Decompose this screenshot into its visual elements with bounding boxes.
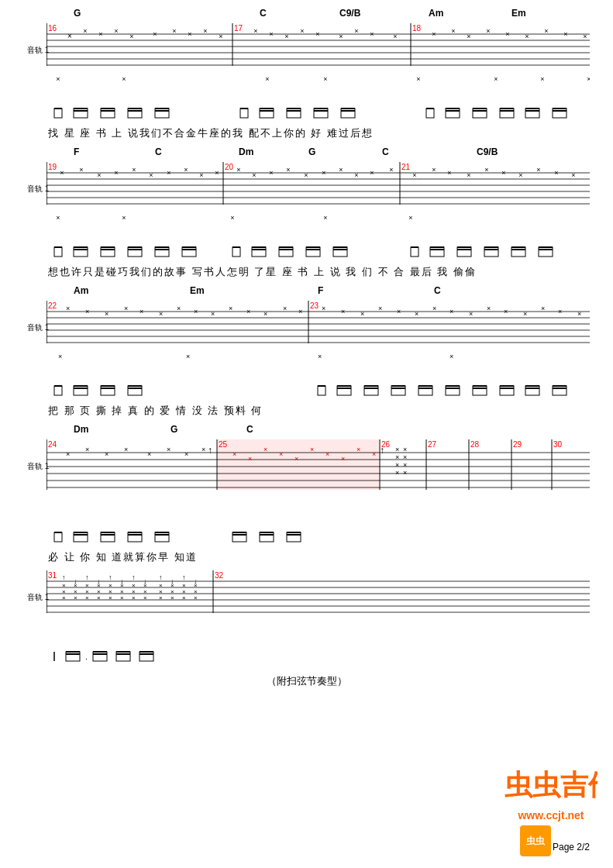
svg-text:×: × [122, 214, 126, 222]
svg-rect-411 [66, 652, 80, 661]
svg-text:×: × [132, 594, 136, 601]
chord-Em: Em [511, 8, 526, 19]
chord-C9B2: C9/B [477, 146, 498, 157]
svg-text:×: × [120, 594, 124, 601]
svg-rect-189 [539, 247, 553, 257]
svg-text:×: × [315, 30, 319, 38]
chord-Em3: Em [190, 285, 205, 296]
watermark-url: www.ccjt.net [505, 809, 598, 822]
svg-rect-78 [426, 108, 434, 118]
chord-F: F [74, 146, 79, 157]
lyrics-1: 找 星 座 书 上 说我们不合金牛座的我 配不上你的 好 难过后想 [46, 126, 590, 140]
svg-text:×: × [283, 305, 287, 312]
svg-text:×: × [484, 166, 488, 174]
svg-rect-169 [306, 247, 320, 257]
svg-rect-158 [182, 247, 196, 257]
svg-text:×: × [403, 469, 407, 477]
svg-text:×: × [132, 166, 136, 174]
svg-rect-250 [337, 386, 351, 395]
chord-F3: F [318, 285, 323, 296]
svg-text:×: × [83, 27, 87, 35]
svg-text:×: × [432, 166, 436, 174]
svg-text:×: × [469, 310, 473, 318]
svg-rect-72 [314, 108, 328, 118]
svg-text:×: × [378, 305, 382, 312]
chord-C5: C [246, 424, 253, 435]
svg-text:×: × [263, 446, 267, 453]
svg-text:×: × [143, 594, 147, 601]
svg-rect-69 [287, 108, 301, 118]
section-5: 音轨 1 31 32 ↑ ↓ ↑ [46, 570, 590, 666]
svg-text:×: × [66, 305, 70, 312]
svg-text:×: × [201, 446, 205, 453]
svg-text:×: × [541, 305, 545, 312]
svg-text:×: × [229, 305, 232, 312]
svg-text:×: × [486, 27, 490, 35]
svg-text:×: × [74, 594, 77, 601]
svg-text:×: × [370, 169, 374, 177]
svg-text:×: × [215, 169, 219, 177]
svg-text:×: × [263, 310, 267, 318]
svg-text:×: × [323, 214, 327, 222]
svg-text:×: × [182, 594, 186, 601]
svg-text:×: × [447, 169, 451, 177]
svg-text:×: × [265, 75, 269, 83]
section-4: Dm G C 音轨 1 24 25 26 27 [46, 424, 590, 564]
svg-text:×: × [219, 33, 222, 40]
chord-C9B: C9/B [339, 8, 360, 19]
svg-rect-237 [54, 386, 62, 395]
svg-rect-180 [457, 247, 471, 257]
svg-rect-55 [101, 108, 115, 118]
svg-text:×: × [184, 450, 188, 458]
rhythm-2 [46, 232, 612, 259]
chord-Am3: Am [74, 285, 88, 296]
lyrics-4: 必 让 你 知 道就算你早 知道 [46, 550, 590, 564]
svg-text:×: × [85, 446, 89, 453]
svg-text:×: × [284, 33, 288, 40]
svg-text:×: × [153, 30, 157, 38]
svg-text:20: 20 [225, 163, 234, 171]
svg-text:30: 30 [553, 440, 563, 449]
svg-rect-415 [93, 652, 107, 661]
svg-text:17: 17 [234, 24, 243, 33]
svg-text:×: × [558, 308, 562, 315]
svg-text:×: × [194, 308, 198, 315]
svg-text:×: × [525, 33, 529, 40]
chord-G: G [74, 8, 81, 19]
chord-C3: C [382, 146, 389, 157]
svg-text:×: × [397, 308, 401, 315]
svg-rect-61 [155, 108, 169, 118]
svg-text:×: × [79, 166, 83, 174]
svg-text:×: × [504, 308, 508, 315]
svg-rect-268 [500, 386, 514, 395]
svg-rect-177 [430, 247, 444, 257]
svg-text:×: × [167, 446, 170, 453]
svg-text:×: × [395, 446, 399, 453]
svg-rect-285 [218, 439, 379, 490]
svg-text:×: × [67, 32, 72, 40]
svg-rect-327 [54, 532, 62, 542]
svg-rect-265 [473, 386, 487, 395]
svg-text:↑: ↑ [208, 445, 212, 456]
track-label-4: 音轨 1 [27, 461, 49, 472]
svg-rect-329 [74, 532, 88, 542]
svg-text:×: × [252, 171, 256, 179]
svg-text:×: × [105, 310, 108, 318]
svg-text:31: 31 [48, 571, 57, 580]
section-2: F C Dm G C C9/B 音轨 1 19 20 21 [46, 146, 590, 279]
svg-text:×: × [114, 27, 118, 35]
track-label-1: 音轨 1 [27, 45, 49, 56]
svg-rect-172 [333, 247, 347, 257]
svg-text:×: × [58, 353, 62, 360]
svg-rect-146 [74, 247, 88, 257]
svg-rect-50 [54, 108, 62, 118]
svg-text:↑: ↑ [62, 574, 66, 581]
svg-text:×: × [124, 305, 128, 312]
svg-text:×: × [341, 455, 345, 463]
track-label-2: 音轨 1 [27, 184, 49, 195]
svg-text:×: × [487, 305, 491, 312]
svg-text:×: × [60, 169, 64, 177]
svg-text:×: × [248, 455, 252, 463]
svg-text:×: × [159, 594, 163, 601]
section-3: Am Em F C 音轨 1 22 23 × [46, 285, 590, 418]
